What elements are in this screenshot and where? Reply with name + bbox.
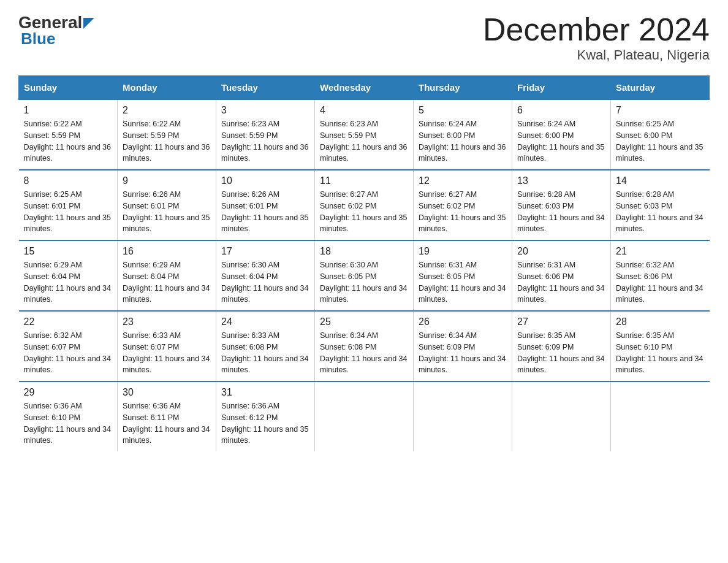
- page-header: General Blue December 2024 Kwal, Plateau…: [18, 12, 710, 63]
- day-number: 31: [221, 387, 309, 398]
- calendar-cell: [611, 381, 710, 451]
- day-info: Sunrise: 6:34 AMSunset: 6:08 PMDaylight:…: [320, 331, 407, 374]
- calendar-cell: 6 Sunrise: 6:24 AMSunset: 6:00 PMDayligh…: [512, 99, 611, 170]
- calendar-cell: 11 Sunrise: 6:27 AMSunset: 6:02 PMDaylig…: [315, 170, 414, 240]
- day-number: 30: [123, 387, 211, 398]
- day-number: 27: [517, 316, 605, 327]
- weekday-header-monday: Monday: [118, 76, 216, 100]
- day-number: 2: [123, 105, 211, 116]
- day-info: Sunrise: 6:29 AMSunset: 6:04 PMDaylight:…: [24, 261, 111, 304]
- day-number: 16: [123, 246, 211, 257]
- day-info: Sunrise: 6:25 AMSunset: 6:00 PMDaylight:…: [616, 120, 703, 163]
- calendar-cell: 21 Sunrise: 6:32 AMSunset: 6:06 PMDaylig…: [611, 240, 710, 311]
- day-info: Sunrise: 6:22 AMSunset: 5:59 PMDaylight:…: [24, 120, 111, 163]
- day-info: Sunrise: 6:24 AMSunset: 6:00 PMDaylight:…: [517, 120, 604, 163]
- day-number: 18: [320, 246, 408, 257]
- day-number: 25: [320, 316, 408, 327]
- calendar-table: SundayMondayTuesdayWednesdayThursdayFrid…: [18, 75, 710, 451]
- calendar-cell: 10 Sunrise: 6:26 AMSunset: 6:01 PMDaylig…: [216, 170, 315, 240]
- day-info: Sunrise: 6:23 AMSunset: 5:59 PMDaylight:…: [320, 120, 407, 163]
- day-number: 4: [320, 105, 408, 116]
- day-info: Sunrise: 6:32 AMSunset: 6:07 PMDaylight:…: [24, 331, 111, 374]
- calendar-cell: 5 Sunrise: 6:24 AMSunset: 6:00 PMDayligh…: [414, 99, 512, 170]
- day-number: 23: [123, 316, 211, 327]
- day-number: 3: [221, 105, 309, 116]
- day-number: 11: [320, 175, 408, 186]
- day-number: 26: [419, 316, 507, 327]
- title-block: December 2024 Kwal, Plateau, Nigeria: [483, 12, 710, 63]
- day-number: 10: [221, 175, 309, 186]
- calendar-cell: [512, 381, 611, 451]
- calendar-cell: 31 Sunrise: 6:36 AMSunset: 6:12 PMDaylig…: [216, 381, 315, 451]
- week-row-4: 22 Sunrise: 6:32 AMSunset: 6:07 PMDaylig…: [19, 311, 710, 381]
- logo-blue-text: Blue: [21, 29, 55, 48]
- day-info: Sunrise: 6:26 AMSunset: 6:01 PMDaylight:…: [123, 190, 210, 233]
- day-info: Sunrise: 6:28 AMSunset: 6:03 PMDaylight:…: [517, 190, 604, 233]
- day-info: Sunrise: 6:36 AMSunset: 6:12 PMDaylight:…: [221, 402, 308, 445]
- day-info: Sunrise: 6:25 AMSunset: 6:01 PMDaylight:…: [24, 190, 111, 233]
- calendar-cell: 25 Sunrise: 6:34 AMSunset: 6:08 PMDaylig…: [315, 311, 414, 381]
- day-number: 21: [616, 246, 705, 257]
- day-info: Sunrise: 6:34 AMSunset: 6:09 PMDaylight:…: [419, 331, 506, 374]
- day-number: 28: [616, 316, 705, 327]
- weekday-header-thursday: Thursday: [414, 76, 512, 100]
- day-info: Sunrise: 6:28 AMSunset: 6:03 PMDaylight:…: [616, 190, 703, 233]
- calendar-cell: 27 Sunrise: 6:35 AMSunset: 6:09 PMDaylig…: [512, 311, 611, 381]
- day-info: Sunrise: 6:29 AMSunset: 6:04 PMDaylight:…: [123, 261, 210, 304]
- day-info: Sunrise: 6:33 AMSunset: 6:07 PMDaylight:…: [123, 331, 210, 374]
- day-info: Sunrise: 6:24 AMSunset: 6:00 PMDaylight:…: [419, 120, 506, 163]
- calendar-cell: 4 Sunrise: 6:23 AMSunset: 5:59 PMDayligh…: [315, 99, 414, 170]
- calendar-cell: 17 Sunrise: 6:30 AMSunset: 6:04 PMDaylig…: [216, 240, 315, 311]
- day-number: 8: [24, 175, 113, 186]
- weekday-header-friday: Friday: [512, 76, 611, 100]
- calendar-cell: 23 Sunrise: 6:33 AMSunset: 6:07 PMDaylig…: [118, 311, 216, 381]
- week-row-5: 29 Sunrise: 6:36 AMSunset: 6:10 PMDaylig…: [19, 381, 710, 451]
- calendar-cell: 9 Sunrise: 6:26 AMSunset: 6:01 PMDayligh…: [118, 170, 216, 240]
- day-info: Sunrise: 6:33 AMSunset: 6:08 PMDaylight:…: [221, 331, 308, 374]
- day-number: 1: [24, 105, 113, 116]
- day-info: Sunrise: 6:35 AMSunset: 6:10 PMDaylight:…: [616, 331, 703, 374]
- day-info: Sunrise: 6:27 AMSunset: 6:02 PMDaylight:…: [419, 190, 506, 233]
- day-number: 19: [419, 246, 507, 257]
- calendar-cell: 3 Sunrise: 6:23 AMSunset: 5:59 PMDayligh…: [216, 99, 315, 170]
- svg-marker-0: [83, 18, 94, 29]
- day-info: Sunrise: 6:22 AMSunset: 5:59 PMDaylight:…: [123, 120, 210, 163]
- week-row-2: 8 Sunrise: 6:25 AMSunset: 6:01 PMDayligh…: [19, 170, 710, 240]
- day-number: 9: [123, 175, 211, 186]
- day-info: Sunrise: 6:31 AMSunset: 6:05 PMDaylight:…: [419, 261, 506, 304]
- day-number: 6: [517, 105, 605, 116]
- day-info: Sunrise: 6:30 AMSunset: 6:05 PMDaylight:…: [320, 261, 407, 304]
- weekday-header-saturday: Saturday: [611, 76, 710, 100]
- calendar-cell: 29 Sunrise: 6:36 AMSunset: 6:10 PMDaylig…: [19, 381, 118, 451]
- day-number: 12: [419, 175, 507, 186]
- week-row-3: 15 Sunrise: 6:29 AMSunset: 6:04 PMDaylig…: [19, 240, 710, 311]
- calendar-cell: 24 Sunrise: 6:33 AMSunset: 6:08 PMDaylig…: [216, 311, 315, 381]
- calendar-cell: 1 Sunrise: 6:22 AMSunset: 5:59 PMDayligh…: [19, 99, 118, 170]
- day-info: Sunrise: 6:26 AMSunset: 6:01 PMDaylight:…: [221, 190, 308, 233]
- day-info: Sunrise: 6:31 AMSunset: 6:06 PMDaylight:…: [517, 261, 604, 304]
- day-info: Sunrise: 6:27 AMSunset: 6:02 PMDaylight:…: [320, 190, 407, 233]
- weekday-header-row: SundayMondayTuesdayWednesdayThursdayFrid…: [19, 76, 710, 100]
- day-number: 29: [24, 387, 113, 398]
- day-info: Sunrise: 6:30 AMSunset: 6:04 PMDaylight:…: [221, 261, 308, 304]
- day-info: Sunrise: 6:36 AMSunset: 6:11 PMDaylight:…: [123, 402, 210, 445]
- calendar-cell: 2 Sunrise: 6:22 AMSunset: 5:59 PMDayligh…: [118, 99, 216, 170]
- day-number: 14: [616, 175, 705, 186]
- calendar-cell: 20 Sunrise: 6:31 AMSunset: 6:06 PMDaylig…: [512, 240, 611, 311]
- calendar-cell: 19 Sunrise: 6:31 AMSunset: 6:05 PMDaylig…: [414, 240, 512, 311]
- logo-triangle-icon: [83, 13, 94, 33]
- weekday-header-sunday: Sunday: [19, 76, 118, 100]
- week-row-1: 1 Sunrise: 6:22 AMSunset: 5:59 PMDayligh…: [19, 99, 710, 170]
- day-info: Sunrise: 6:32 AMSunset: 6:06 PMDaylight:…: [616, 261, 703, 304]
- weekday-header-tuesday: Tuesday: [216, 76, 315, 100]
- calendar-cell: 8 Sunrise: 6:25 AMSunset: 6:01 PMDayligh…: [19, 170, 118, 240]
- calendar-cell: [414, 381, 512, 451]
- calendar-cell: 30 Sunrise: 6:36 AMSunset: 6:11 PMDaylig…: [118, 381, 216, 451]
- page-subtitle: Kwal, Plateau, Nigeria: [483, 47, 710, 63]
- day-number: 7: [616, 105, 705, 116]
- day-number: 5: [419, 105, 507, 116]
- logo: General Blue: [18, 12, 94, 48]
- calendar-cell: 16 Sunrise: 6:29 AMSunset: 6:04 PMDaylig…: [118, 240, 216, 311]
- calendar-cell: 15 Sunrise: 6:29 AMSunset: 6:04 PMDaylig…: [19, 240, 118, 311]
- calendar-cell: 18 Sunrise: 6:30 AMSunset: 6:05 PMDaylig…: [315, 240, 414, 311]
